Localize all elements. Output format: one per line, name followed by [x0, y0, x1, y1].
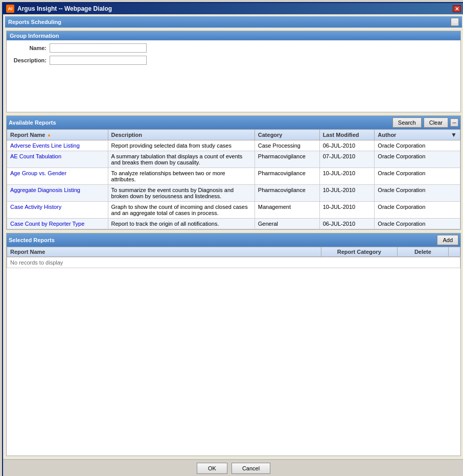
description-label: Description: — [11, 57, 47, 63]
report-name-link[interactable]: Case Count by Reporter Type — [10, 221, 84, 227]
table-row: Adverse Events Line ListingReport provid… — [7, 140, 460, 151]
cancel-button[interactable]: Cancel — [231, 463, 270, 474]
col-author[interactable]: Author ▼ — [375, 130, 460, 140]
no-records-row: No records to display — [7, 257, 460, 268]
report-description: A summary tabulation that displays a cou… — [108, 151, 254, 168]
sort-arrow-icon: ▲ — [47, 132, 51, 137]
name-label: Name: — [11, 45, 47, 51]
report-last-modified: 07-JUL-2010 — [319, 151, 375, 168]
report-author: Oracle Corporation — [375, 151, 460, 168]
report-last-modified: 06-JUL-2010 — [319, 140, 375, 151]
report-last-modified: 10-JUL-2010 — [319, 202, 375, 219]
name-row: Name: — [11, 43, 161, 53]
table-row: AE Count TabulationA summary tabulation … — [7, 151, 460, 168]
report-name-link[interactable]: Case Activity History — [10, 204, 61, 210]
report-category: Pharmacovigilance — [254, 185, 319, 202]
available-reports-header: Available Reports — [9, 120, 56, 126]
filter-icon[interactable]: ▼ — [451, 131, 457, 138]
selected-reports-header: Selected Reports — [9, 237, 55, 243]
selected-reports-scroll[interactable]: No records to display — [7, 257, 460, 456]
clear-button[interactable]: Clear — [424, 117, 448, 128]
col-last-modified[interactable]: Last Modified — [319, 130, 375, 140]
available-reports-minimize[interactable]: ─ — [450, 118, 458, 127]
group-info-panel: Group Information Name: Description: — [6, 31, 461, 112]
report-last-modified: 10-JUL-2010 — [319, 185, 375, 202]
report-description: Report to track the origin of all notifi… — [108, 219, 254, 229]
available-reports-body: Adverse Events Line ListingReport provid… — [7, 140, 460, 229]
report-category: Management — [254, 202, 319, 219]
available-reports-table: Report Name ▲ Description Category Last … — [7, 129, 460, 229]
report-category: Pharmacovigilance — [254, 151, 319, 168]
report-description: Graph to show the count of incoming and … — [108, 202, 254, 219]
report-category: Case Processing — [254, 140, 319, 151]
report-author: Oracle Corporation — [375, 168, 460, 185]
selected-table-container: Report Name Report Category Delete No — [7, 247, 460, 456]
col-delete: Delete — [398, 247, 449, 257]
report-last-modified: 06-JUL-2010 — [319, 219, 375, 229]
col-report-name[interactable]: Report Name ▲ — [7, 130, 108, 140]
selected-table-header-table: Report Name Report Category Delete — [7, 247, 460, 257]
description-input[interactable] — [50, 56, 147, 65]
add-button[interactable]: Add — [437, 235, 458, 245]
report-author: Oracle Corporation — [375, 202, 460, 219]
report-author: Oracle Corporation — [375, 219, 460, 229]
report-name-link[interactable]: Adverse Events Line Listing — [10, 142, 80, 149]
report-category: Pharmacovigilance — [254, 168, 319, 185]
reports-scheduling-header: Reports Scheduling ─ — [5, 16, 462, 28]
report-name-link[interactable]: Age Group vs. Gender — [10, 170, 66, 176]
available-reports-table-scroll[interactable]: Report Name ▲ Description Category Last … — [7, 129, 460, 229]
report-last-modified: 10-JUL-2010 — [319, 168, 375, 185]
ok-button[interactable]: OK — [197, 463, 227, 474]
report-author: Oracle Corporation — [375, 140, 460, 151]
table-row: Case Count by Reporter TypeReport to tra… — [7, 219, 460, 229]
close-button[interactable]: ✕ — [453, 5, 461, 12]
selected-body-table: No records to display — [7, 257, 460, 268]
report-name-link[interactable]: Aggregate Diagnosis Listing — [10, 187, 80, 193]
title-bar: AI Argus Insight -- Webpage Dialog ✕ — [3, 3, 463, 14]
available-reports-panel: Available Reports Search Clear ─ — [6, 115, 461, 230]
no-records-text: No records to display — [7, 257, 460, 268]
table-row: Aggregate Diagnosis ListingTo summarize … — [7, 185, 460, 202]
report-name-link[interactable]: AE Count Tabulation — [10, 153, 61, 159]
group-info-header: Group Information — [7, 31, 460, 40]
app-icon: AI — [6, 5, 14, 13]
description-row: Description: — [11, 56, 161, 65]
name-input[interactable] — [50, 43, 147, 53]
col-selected-report-name: Report Name — [7, 247, 321, 257]
report-description: To summarize the event counts by Diagnos… — [108, 185, 254, 202]
col-category[interactable]: Category — [254, 130, 319, 140]
selected-reports-toolbar: Selected Reports Add — [7, 233, 460, 247]
table-row: Case Activity HistoryGraph to show the c… — [7, 202, 460, 219]
search-button[interactable]: Search — [392, 117, 422, 128]
bottom-bar: OK Cancel — [3, 459, 463, 476]
selected-reports-panel: Selected Reports Add Report Name Report … — [6, 233, 461, 456]
window-title: Argus Insight -- Webpage Dialog — [17, 5, 112, 12]
report-author: Oracle Corporation — [375, 185, 460, 202]
col-report-category: Report Category — [321, 247, 397, 257]
col-description[interactable]: Description — [108, 130, 254, 140]
available-reports-toolbar: Available Reports Search Clear ─ — [7, 116, 460, 129]
table-row: Age Group vs. GenderTo analyze relations… — [7, 168, 460, 185]
reports-scheduling-minimize[interactable]: ─ — [451, 18, 459, 26]
report-description: Report providing selected data from stud… — [108, 140, 254, 151]
report-category: General — [254, 219, 319, 229]
report-description: To analyze relationships between two or … — [108, 168, 254, 185]
